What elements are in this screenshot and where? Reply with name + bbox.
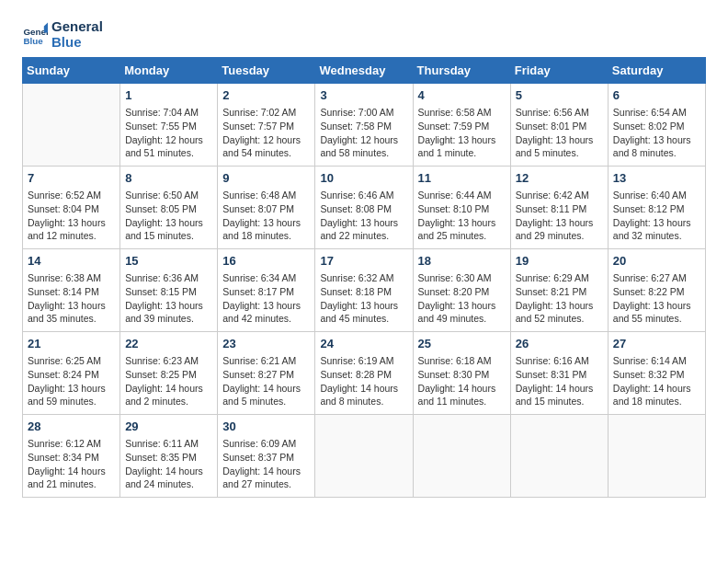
day-info-line: Sunrise: 6:12 AM [28,437,115,451]
day-info-line: Sunset: 8:17 PM [222,285,310,299]
day-info-line: Daylight: 14 hours [222,382,310,396]
day-info-line: and 39 minutes. [125,312,212,326]
day-info-line: Daylight: 12 hours [222,133,310,147]
day-info-line: and 45 minutes. [320,312,407,326]
empty-cell [23,84,120,167]
day-info-line: Sunset: 8:27 PM [222,368,310,382]
day-cell-9: 9Sunrise: 6:48 AMSunset: 8:07 PMDaylight… [218,167,315,249]
day-number: 19 [516,253,603,270]
day-cell-2: 2Sunrise: 7:02 AMSunset: 7:57 PMDaylight… [218,84,315,167]
day-info-line: and 1 minute. [418,146,506,160]
day-info-line: and 5 minutes. [222,395,310,408]
day-cell-27: 27Sunrise: 6:14 AMSunset: 8:32 PMDayligh… [608,332,705,415]
day-info-line: and 5 minutes. [516,146,603,160]
day-info-line: Sunrise: 7:02 AM [222,106,310,120]
week-row-2: 7Sunrise: 6:52 AMSunset: 8:04 PMDaylight… [23,167,706,249]
day-info-line: Sunrise: 6:46 AM [320,189,407,202]
day-info-line: and 8 minutes. [320,395,407,408]
day-info-line: and 55 minutes. [613,312,700,326]
day-info-line: Sunset: 8:02 PM [613,120,700,133]
day-info-line: Sunrise: 6:11 AM [125,437,212,451]
day-info-line: and 29 minutes. [516,229,603,243]
day-info-line: Daylight: 13 hours [613,216,700,230]
day-cell-16: 16Sunrise: 6:34 AMSunset: 8:17 PMDayligh… [218,249,315,332]
day-info-line: Daylight: 12 hours [125,133,212,147]
col-header-friday: Friday [510,58,608,84]
day-cell-8: 8Sunrise: 6:50 AMSunset: 8:05 PMDaylight… [120,167,218,249]
day-info-line: Sunrise: 6:48 AM [222,189,310,202]
day-number: 29 [125,419,212,435]
day-info-line: Sunrise: 6:52 AM [28,189,115,202]
day-info-line: Sunset: 8:11 PM [516,202,603,216]
day-number: 17 [320,253,407,270]
day-info-line: Daylight: 13 hours [28,216,115,230]
day-info-line: Sunrise: 6:38 AM [28,271,115,285]
day-number: 16 [222,253,310,270]
day-number: 15 [125,253,212,270]
logo-general: General [51,18,103,34]
day-info-line: Sunrise: 6:16 AM [516,354,603,368]
day-info-line: Sunrise: 6:21 AM [222,354,310,368]
day-cell-3: 3Sunrise: 7:00 AMSunset: 7:58 PMDaylight… [315,84,413,167]
day-info-line: Sunset: 8:20 PM [418,285,506,299]
day-number: 14 [28,253,115,270]
day-info-line: Daylight: 13 hours [516,299,603,313]
day-number: 23 [222,336,310,352]
empty-cell [413,415,510,498]
day-cell-10: 10Sunrise: 6:46 AMSunset: 8:08 PMDayligh… [315,167,413,249]
day-cell-5: 5Sunrise: 6:56 AMSunset: 8:01 PMDaylight… [510,84,608,167]
day-info-line: Sunset: 8:28 PM [320,368,407,382]
day-info-line: Sunrise: 6:09 AM [222,437,310,451]
day-info-line: Sunset: 8:12 PM [613,202,700,216]
day-info-line: and 27 minutes. [222,477,310,491]
day-info-line: Sunrise: 6:27 AM [613,271,700,285]
day-info-line: Sunrise: 6:56 AM [516,106,603,120]
day-info-line: Sunrise: 7:04 AM [125,106,212,120]
day-cell-4: 4Sunrise: 6:58 AMSunset: 7:59 PMDaylight… [413,84,510,167]
day-cell-21: 21Sunrise: 6:25 AMSunset: 8:24 PMDayligh… [23,332,120,415]
day-info-line: Daylight: 13 hours [222,299,310,313]
day-info-line: Daylight: 14 hours [125,382,212,396]
logo-icon: General Blue [22,21,48,47]
day-info-line: Sunset: 7:55 PM [125,120,212,133]
empty-cell [608,415,705,498]
col-header-saturday: Saturday [608,58,705,84]
day-info-line: and 2 minutes. [125,395,212,408]
day-info-line: and 59 minutes. [28,395,115,408]
day-info-line: Sunset: 8:15 PM [125,285,212,299]
day-info-line: Sunset: 8:14 PM [28,285,115,299]
day-info-line: Sunset: 8:21 PM [516,285,603,299]
day-info-line: Sunrise: 6:25 AM [28,354,115,368]
day-cell-20: 20Sunrise: 6:27 AMSunset: 8:22 PMDayligh… [608,249,705,332]
day-info-line: Sunset: 8:31 PM [516,368,603,382]
col-header-monday: Monday [120,58,218,84]
empty-cell [315,415,413,498]
week-row-1: 1Sunrise: 7:04 AMSunset: 7:55 PMDaylight… [23,84,706,167]
day-cell-7: 7Sunrise: 6:52 AMSunset: 8:04 PMDaylight… [23,167,120,249]
day-info-line: and 18 minutes. [613,395,700,408]
day-cell-25: 25Sunrise: 6:18 AMSunset: 8:30 PMDayligh… [413,332,510,415]
col-header-sunday: Sunday [23,58,120,84]
day-number: 25 [418,336,506,352]
day-number: 11 [418,170,506,187]
day-number: 4 [418,87,506,104]
day-info-line: Sunset: 8:32 PM [613,368,700,382]
day-info-line: and 35 minutes. [28,312,115,326]
day-cell-6: 6Sunrise: 6:54 AMSunset: 8:02 PMDaylight… [608,84,705,167]
day-info-line: and 58 minutes. [320,146,407,160]
day-info-line: Daylight: 13 hours [613,133,700,147]
day-info-line: Sunrise: 6:44 AM [418,189,506,202]
day-info-line: Sunset: 8:25 PM [125,368,212,382]
day-info-line: Daylight: 13 hours [125,216,212,230]
day-info-line: Sunset: 8:22 PM [613,285,700,299]
calendar-table: SundayMondayTuesdayWednesdayThursdayFrid… [22,57,706,498]
week-row-3: 14Sunrise: 6:38 AMSunset: 8:14 PMDayligh… [23,249,706,332]
day-info-line: Daylight: 13 hours [125,299,212,313]
day-info-line: Daylight: 13 hours [418,133,506,147]
day-info-line: Daylight: 14 hours [613,382,700,396]
day-info-line: Daylight: 13 hours [418,299,506,313]
day-cell-1: 1Sunrise: 7:04 AMSunset: 7:55 PMDaylight… [120,84,218,167]
day-number: 27 [613,336,700,352]
day-info-line: Sunset: 8:18 PM [320,285,407,299]
day-info-line: Sunset: 8:01 PM [516,120,603,133]
